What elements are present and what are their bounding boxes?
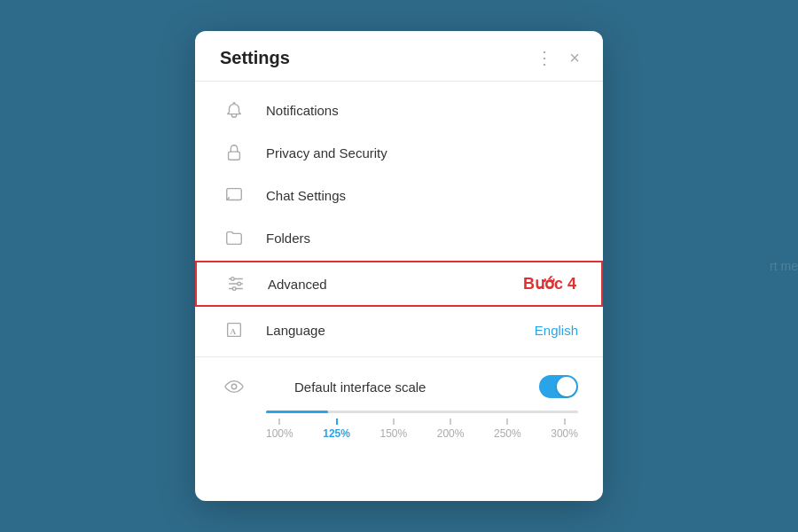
- folders-label: Folders: [266, 231, 578, 246]
- advanced-label: Advanced: [268, 277, 512, 292]
- svg-point-5: [231, 278, 235, 281]
- svg-point-7: [232, 287, 236, 291]
- more-icon: ⋮: [536, 49, 553, 66]
- modal-title: Settings: [220, 48, 290, 68]
- scale-label: Default interface scale: [294, 379, 426, 395]
- bell-icon: [220, 100, 248, 120]
- tick-200: 200%: [437, 419, 465, 440]
- tick-300: 300%: [551, 419, 578, 440]
- language-icon: A: [220, 320, 248, 340]
- svg-text:A: A: [230, 327, 236, 336]
- menu-item-chat[interactable]: Chat Settings: [195, 174, 603, 216]
- modal-overlay: Settings ⋮ × Notifications: [195, 31, 603, 501]
- divider: [195, 356, 603, 357]
- notifications-label: Notifications: [266, 103, 578, 118]
- svg-point-10: [231, 384, 237, 389]
- menu-item-notifications[interactable]: Notifications: [195, 89, 603, 131]
- menu-item-privacy[interactable]: Privacy and Security: [195, 131, 603, 174]
- privacy-label: Privacy and Security: [266, 145, 578, 160]
- close-icon: ×: [569, 49, 580, 66]
- svg-rect-0: [229, 152, 240, 160]
- close-button[interactable]: ×: [567, 47, 582, 68]
- settings-modal: Settings ⋮ × Notifications: [195, 31, 603, 501]
- modal-body: Notifications Privacy and Security: [195, 82, 603, 463]
- eye-icon: [220, 377, 248, 396]
- scale-ticks: 100% 125% 150% 200%: [266, 419, 578, 440]
- language-value: English: [535, 323, 578, 338]
- scale-row: Default interface scale: [220, 375, 578, 398]
- slider-fill: [266, 411, 328, 413]
- scale-section: Default interface scale 100%: [195, 363, 603, 456]
- tick-150: 150%: [380, 419, 408, 440]
- tick-100: 100%: [266, 419, 293, 440]
- chat-icon: [220, 185, 248, 205]
- menu-item-language[interactable]: A Language English: [195, 309, 603, 351]
- svg-point-6: [238, 282, 241, 286]
- more-button[interactable]: ⋮: [534, 47, 555, 68]
- buoc-badge: Bước 4: [523, 274, 576, 293]
- modal-header: Settings ⋮ ×: [195, 31, 603, 82]
- folder-icon: [220, 228, 248, 247]
- tick-125: 125%: [323, 419, 350, 440]
- tick-250: 250%: [494, 419, 521, 440]
- toggle-scale[interactable]: [539, 375, 578, 398]
- sliders-icon: [222, 274, 250, 293]
- menu-item-advanced[interactable]: Advanced Bước 4: [195, 261, 603, 307]
- menu-item-folders[interactable]: Folders: [195, 216, 603, 259]
- lock-icon: [220, 143, 248, 162]
- scale-label-wrap: Default interface scale: [220, 377, 426, 396]
- header-actions: ⋮ ×: [534, 47, 582, 68]
- chat-label: Chat Settings: [266, 188, 578, 203]
- language-label: Language: [266, 323, 535, 338]
